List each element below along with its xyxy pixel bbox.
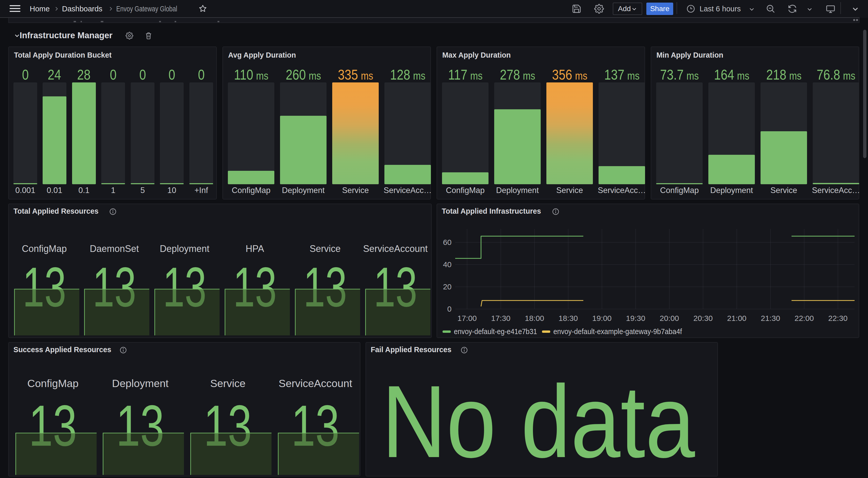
svg-text:21:00: 21:00 <box>727 314 746 323</box>
svg-text:60: 60 <box>443 238 452 246</box>
svg-text:40: 40 <box>443 260 452 269</box>
svg-text:18:30: 18:30 <box>559 314 578 323</box>
svg-text:20: 20 <box>443 282 452 291</box>
svg-text:19:00: 19:00 <box>592 314 612 323</box>
svg-text:envoy-default-eg-e41e7b31: envoy-default-eg-e41e7b31 <box>454 327 537 336</box>
svg-text:22:30: 22:30 <box>828 314 847 323</box>
svg-text:22:00: 22:00 <box>795 314 814 323</box>
svg-text:17:00: 17:00 <box>457 314 476 323</box>
svg-text:0: 0 <box>447 305 452 313</box>
svg-text:21:30: 21:30 <box>761 314 780 323</box>
svg-text:19:30: 19:30 <box>626 314 645 323</box>
svg-text:18:00: 18:00 <box>525 314 544 323</box>
svg-text:17:30: 17:30 <box>491 314 510 323</box>
svg-text:20:00: 20:00 <box>659 314 679 323</box>
svg-text:20:30: 20:30 <box>693 314 713 323</box>
svg-text:envoy-default-example-gateway-: envoy-default-example-gateway-9b7aba4f <box>553 327 682 336</box>
